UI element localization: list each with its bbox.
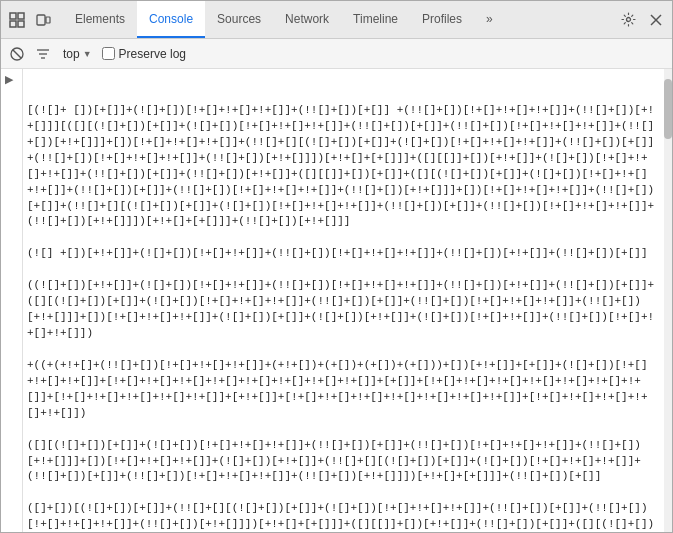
console-gutter: ▶ [1, 69, 23, 532]
console-line: +((+(+!+[]+(!![]+[])[!+[]+!+[]+!+[]]+(+!… [27, 358, 660, 422]
inspect-element-button[interactable] [5, 8, 29, 32]
console-output: ▶ [(![]+ [])[+[]]+(![]+[])[!+[]+!+[]+!+[… [1, 69, 672, 532]
svg-line-10 [13, 50, 21, 58]
tab-network[interactable]: Network [273, 1, 341, 38]
device-toolbar-button[interactable] [31, 8, 55, 32]
tab-elements[interactable]: Elements [63, 1, 137, 38]
preserve-log-label[interactable]: Preserve log [102, 47, 186, 61]
console-line: ([]+[])[(![]+[])[+[]]+(!![]+[][(![]+[])[… [27, 501, 660, 532]
svg-point-6 [626, 18, 630, 22]
svg-rect-0 [10, 13, 16, 19]
tab-sources[interactable]: Sources [205, 1, 273, 38]
console-toolbar: top ▼ Preserve log [1, 39, 672, 69]
tab-list: Elements Console Sources Network Timelin… [63, 1, 505, 38]
level-chevron-icon: ▼ [83, 49, 92, 59]
clear-console-button[interactable] [7, 44, 27, 64]
devtools-window: Elements Console Sources Network Timelin… [0, 0, 673, 533]
svg-rect-3 [18, 21, 24, 27]
arrow-icon: ▶ [5, 73, 13, 86]
close-button[interactable] [644, 8, 668, 32]
tab-more[interactable]: » [474, 1, 505, 38]
filter-button[interactable] [33, 44, 53, 64]
console-line: [(![]+ [])[+[]]+(![]+[])[!+[]+!+[]+!+[]]… [27, 103, 660, 231]
tab-bar: Elements Console Sources Network Timelin… [1, 1, 672, 39]
console-line: ([][(![]+[])[+[]]+(![]+[])[!+[]+!+[]+!+[… [27, 438, 660, 486]
level-selector[interactable]: top ▼ [59, 45, 96, 63]
svg-rect-5 [46, 17, 50, 23]
tab-timeline[interactable]: Timeline [341, 1, 410, 38]
settings-button[interactable] [616, 8, 640, 32]
console-text-area: [(![]+ [])[+[]]+(![]+[])[!+[]+!+[]+!+[]]… [23, 69, 664, 532]
tab-bar-right [616, 8, 668, 32]
tab-console[interactable]: Console [137, 1, 205, 38]
svg-rect-2 [10, 21, 16, 27]
scrollbar[interactable] [664, 69, 672, 532]
scrollbar-thumb[interactable] [664, 79, 672, 139]
preserve-log-checkbox[interactable] [102, 47, 115, 60]
tab-profiles[interactable]: Profiles [410, 1, 474, 38]
svg-rect-1 [18, 13, 24, 19]
tab-bar-left [5, 8, 55, 32]
console-line: ((![]+[])[+!+[]]+(![]+[])[!+[]+!+[]]+(!!… [27, 278, 660, 342]
svg-rect-4 [37, 15, 45, 25]
console-line: (![] +[])[+!+[]]+(![]+[])[!+[]+!+[]]+(!!… [27, 246, 660, 262]
